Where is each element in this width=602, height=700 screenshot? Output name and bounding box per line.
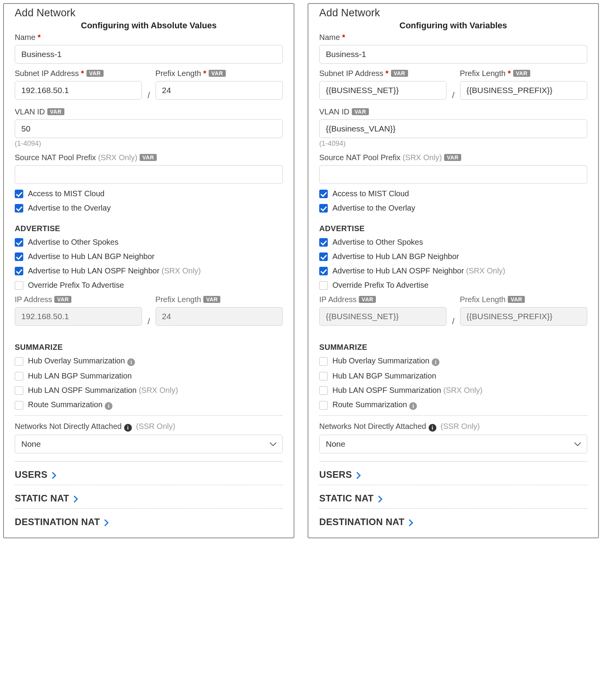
var-badge: VAR bbox=[86, 70, 104, 77]
subnet-field: Subnet IP AddressVAR bbox=[15, 69, 142, 100]
override-prefix-row: Override Prefix To Advertise bbox=[319, 281, 587, 290]
ip-address-input bbox=[319, 307, 446, 326]
override-prefix-checkbox[interactable] bbox=[15, 281, 23, 290]
static-nat-expand-label: STATIC NAT bbox=[15, 493, 69, 503]
advertise-overlay-checkbox[interactable] bbox=[15, 204, 23, 213]
advertise-hub-bgp-checkbox[interactable] bbox=[319, 252, 328, 261]
snat-input[interactable] bbox=[319, 165, 587, 184]
prefix-input[interactable] bbox=[156, 81, 283, 100]
sum-route-checkbox[interactable] bbox=[319, 401, 328, 410]
vlan-label: VLAN IDVAR bbox=[15, 107, 283, 116]
nnd-select[interactable] bbox=[319, 435, 587, 453]
advertise-spokes-checkbox[interactable] bbox=[15, 238, 23, 247]
info-icon[interactable]: i bbox=[429, 424, 436, 432]
name-input[interactable] bbox=[319, 45, 587, 64]
advertise-heading: ADVERTISE bbox=[15, 224, 283, 233]
advertise-overlay-label: Advertise to the Overlay bbox=[332, 204, 415, 213]
info-icon[interactable]: i bbox=[432, 358, 439, 366]
destination-nat-expand[interactable]: DESTINATION NAT bbox=[319, 508, 587, 527]
sum-ospf-row: Hub LAN OSPF Summarization (SRX Only) bbox=[15, 386, 283, 395]
prefix2-label: Prefix LengthVAR bbox=[460, 295, 587, 304]
sum-route-label: Route Summarizationi bbox=[332, 400, 417, 410]
nnd-label: Networks Not Directly Attachedi (SSR Onl… bbox=[15, 422, 283, 432]
ip-address-label: IP AddressVAR bbox=[15, 295, 142, 304]
advertise-spokes-checkbox[interactable] bbox=[319, 238, 328, 247]
access-mist-checkbox[interactable] bbox=[15, 190, 23, 198]
vlan-input[interactable] bbox=[15, 119, 283, 138]
advertise-hub-ospf-checkbox[interactable] bbox=[15, 267, 23, 275]
advertise-hub-ospf-row: Advertise to Hub LAN OSPF Neighbor (SRX … bbox=[319, 266, 587, 275]
destination-nat-expand-label: DESTINATION NAT bbox=[319, 517, 405, 527]
vlan-input[interactable] bbox=[319, 119, 587, 138]
override-prefix-checkbox[interactable] bbox=[319, 281, 328, 290]
advertise-hub-ospf-label: Advertise to Hub LAN OSPF Neighbor (SRX … bbox=[28, 266, 201, 275]
info-icon[interactable]: i bbox=[409, 402, 417, 410]
advertise-hub-bgp-label: Advertise to Hub LAN BGP Neighbor bbox=[28, 252, 154, 261]
subnet-label: Subnet IP AddressVAR bbox=[15, 69, 142, 78]
nnd-select[interactable] bbox=[15, 435, 283, 453]
var-badge: VAR bbox=[391, 70, 408, 77]
sum-ospf-label: Hub LAN OSPF Summarization (SRX Only) bbox=[28, 386, 178, 395]
sum-ospf-checkbox[interactable] bbox=[319, 386, 328, 395]
vlan-hint: (1-4094) bbox=[15, 140, 283, 148]
name-label: Name bbox=[319, 33, 587, 42]
advertise-overlay-label: Advertise to the Overlay bbox=[28, 204, 111, 213]
sum-bgp-checkbox[interactable] bbox=[15, 372, 23, 380]
chevron-right-icon bbox=[52, 472, 57, 479]
sum-overlay-label: Hub Overlay Summarizationi bbox=[332, 356, 439, 366]
sum-overlay-checkbox[interactable] bbox=[15, 357, 23, 366]
advertise-hub-bgp-checkbox[interactable] bbox=[15, 252, 23, 261]
sum-overlay-checkbox[interactable] bbox=[319, 357, 328, 366]
slash-separator: / bbox=[147, 316, 150, 331]
subnet-input[interactable] bbox=[319, 81, 446, 100]
prefix-label: Prefix LengthVAR bbox=[156, 69, 283, 78]
prefix2-field: Prefix LengthVAR bbox=[460, 295, 587, 326]
snat-input[interactable] bbox=[15, 165, 283, 184]
static-nat-expand[interactable]: STATIC NAT bbox=[319, 485, 587, 508]
nnd-label: Networks Not Directly Attachedi (SSR Onl… bbox=[319, 422, 587, 432]
subnet-field: Subnet IP AddressVAR bbox=[319, 69, 446, 100]
sum-bgp-checkbox[interactable] bbox=[319, 372, 328, 380]
override-prefix-label: Override Prefix To Advertise bbox=[332, 281, 429, 290]
static-nat-expand[interactable]: STATIC NAT bbox=[15, 485, 283, 508]
access-mist-row: Access to MIST Cloud bbox=[319, 189, 587, 198]
prefix2-input bbox=[460, 307, 587, 326]
name-field: Name bbox=[319, 33, 587, 64]
users-expand[interactable]: USERS bbox=[15, 461, 283, 485]
access-mist-label: Access to MIST Cloud bbox=[28, 189, 104, 198]
name-input[interactable] bbox=[15, 45, 283, 64]
prefix-input[interactable] bbox=[460, 81, 587, 100]
sum-ospf-row: Hub LAN OSPF Summarization (SRX Only) bbox=[319, 386, 587, 395]
summarize-heading: SUMMARIZE bbox=[15, 343, 283, 352]
info-icon[interactable]: i bbox=[124, 424, 132, 432]
advertise-hub-bgp-row: Advertise to Hub LAN BGP Neighbor bbox=[319, 252, 587, 261]
slash-separator: / bbox=[452, 90, 454, 105]
var-badge: VAR bbox=[203, 296, 220, 303]
advertise-overlay-checkbox[interactable] bbox=[319, 204, 328, 213]
prefix-label: Prefix LengthVAR bbox=[460, 69, 587, 78]
ip-address-field: IP AddressVAR bbox=[15, 295, 142, 326]
advertise-hub-ospf-checkbox[interactable] bbox=[319, 267, 328, 275]
add-network-panel: Add Network Configuring with Absolute Va… bbox=[3, 3, 294, 538]
users-expand-label: USERS bbox=[15, 469, 47, 480]
chevron-right-icon bbox=[73, 495, 79, 503]
ip-address-field: IP AddressVAR bbox=[319, 295, 446, 326]
var-badge: VAR bbox=[444, 154, 461, 161]
override-prefix-row: Override Prefix To Advertise bbox=[15, 281, 283, 290]
advertise-spokes-row: Advertise to Other Spokes bbox=[15, 238, 283, 247]
vlan-label: VLAN IDVAR bbox=[319, 107, 587, 116]
subnet-input[interactable] bbox=[15, 81, 142, 100]
access-mist-checkbox[interactable] bbox=[319, 190, 328, 198]
divider bbox=[319, 415, 587, 416]
info-icon[interactable]: i bbox=[127, 358, 135, 366]
sum-ospf-checkbox[interactable] bbox=[15, 386, 23, 395]
sum-route-checkbox[interactable] bbox=[15, 401, 23, 410]
snat-field: Source NAT Pool Prefix (SRX Only)VAR bbox=[319, 153, 587, 184]
access-mist-label: Access to MIST Cloud bbox=[332, 189, 409, 198]
sum-route-label: Route Summarizationi bbox=[28, 400, 112, 410]
destination-nat-expand[interactable]: DESTINATION NAT bbox=[15, 508, 283, 527]
users-expand[interactable]: USERS bbox=[319, 461, 587, 485]
sum-route-row: Route Summarizationi bbox=[15, 400, 283, 410]
info-icon[interactable]: i bbox=[105, 402, 112, 410]
prefix2-input bbox=[156, 307, 283, 326]
